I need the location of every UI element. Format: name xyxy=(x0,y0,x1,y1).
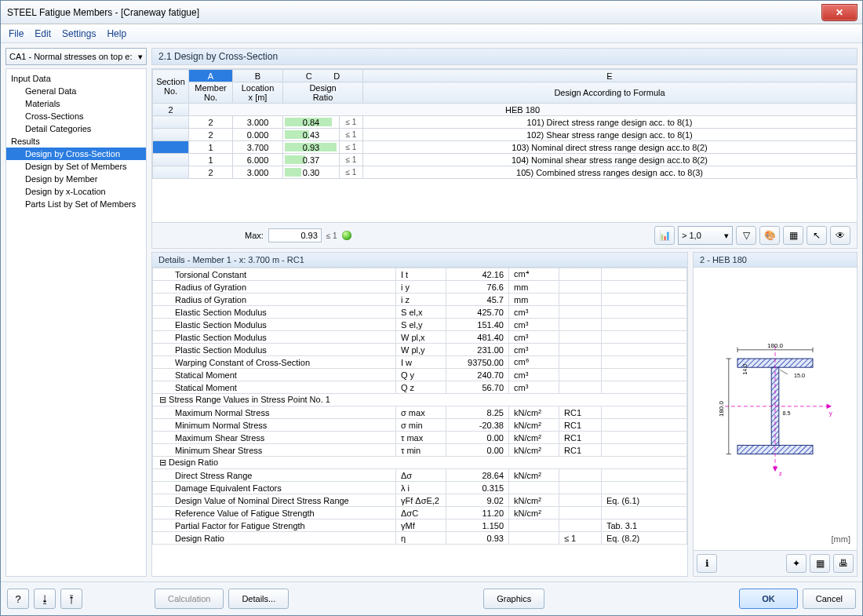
scale-combo[interactable]: > 1,0▾ xyxy=(678,226,733,245)
group-label: HEB 180 xyxy=(189,104,857,116)
status-led-icon xyxy=(342,231,351,240)
detail-row[interactable]: Reference Value of Fatigue StrengthΔσC11… xyxy=(153,507,687,519)
detail-row[interactable]: Torsional ConstantI t42.16cm⁴ xyxy=(153,268,687,281)
tree-item-detail[interactable]: Detail Categories xyxy=(6,122,146,135)
axis-icon-button[interactable]: ✦ xyxy=(786,554,807,573)
table-row[interactable]: 23.0000.84≤ 1101) Direct stress range de… xyxy=(153,116,857,129)
detail-row[interactable]: Damage Equivalent Factorsλ i0.315 xyxy=(153,482,687,494)
svg-text:180.0: 180.0 xyxy=(718,400,725,417)
detail-row[interactable]: Minimum Shear Stressτ min0.00kN/cm²RC1 xyxy=(153,444,687,457)
section-panel: 2 - HEB 180 xyxy=(693,252,858,577)
details-panel: Details - Member 1 - x: 3.700 m - RC1 To… xyxy=(151,252,688,577)
menu-file[interactable]: File xyxy=(9,28,24,39)
detail-row[interactable]: Statical MomentQ y240.70cm³ xyxy=(153,369,687,381)
tree-item-general[interactable]: General Data xyxy=(6,85,146,97)
detail-row[interactable]: Elastic Section ModulusS el,y151.40cm³ xyxy=(153,319,687,331)
section-drawing: y z 180.0 1 xyxy=(694,268,857,550)
detail-row[interactable]: Design Value of Nominal Direct Stress Ra… xyxy=(153,494,687,507)
details-row: Details - Member 1 - x: 3.700 m - RC1 To… xyxy=(151,252,858,577)
detail-row[interactable]: Warping Constant of Cross-SectionI w9375… xyxy=(153,356,687,369)
detail-row[interactable]: Maximum Normal Stressσ max8.25kN/cm²RC1 xyxy=(153,406,687,419)
col-b[interactable]: B xyxy=(233,70,283,82)
detail-row[interactable]: Plastic Section ModulusW pl,x481.40cm³ xyxy=(153,331,687,344)
tree-root-input[interactable]: Input Data xyxy=(6,72,146,85)
hdr-member[interactable]: MemberNo. xyxy=(189,82,233,104)
col-a[interactable]: A xyxy=(189,70,233,82)
tree-item-cross[interactable]: Cross-Sections xyxy=(6,110,146,122)
menubar: File Edit Settings Help xyxy=(1,24,862,43)
info-icon-button[interactable]: ℹ xyxy=(697,554,717,573)
filter-icon-button[interactable]: 📊 xyxy=(654,226,675,245)
group-row[interactable]: 2 HEB 180 xyxy=(153,104,857,116)
detail-row[interactable]: Radius of Gyrationi z45.7mm xyxy=(153,293,687,306)
print-icon-button[interactable]: 🖶 xyxy=(833,554,854,573)
hdr-design[interactable]: DesignRatio xyxy=(283,82,363,104)
svg-line-22 xyxy=(780,370,788,374)
max-value-input[interactable] xyxy=(268,228,322,242)
palette-icon-button[interactable]: 🎨 xyxy=(759,226,780,245)
content-area: CA1 - Normal stresses on top e: ▾ Input … xyxy=(1,43,862,581)
ok-button[interactable]: OK xyxy=(739,589,798,609)
table-row[interactable]: 13.7000.93≤ 1103) Nominal direct stress … xyxy=(153,141,857,154)
detail-row[interactable]: Elastic Section ModulusS el,x425.70cm³ xyxy=(153,306,687,319)
graphics-button[interactable]: Graphics xyxy=(483,589,544,609)
case-combo-text: CA1 - Normal stresses on top e: xyxy=(9,52,133,61)
svg-marker-7 xyxy=(827,404,832,409)
detail-group-header[interactable]: ⊟ Stress Range Values in Stress Point No… xyxy=(153,394,687,406)
grid-empty-area xyxy=(152,179,857,222)
menu-settings[interactable]: Settings xyxy=(62,28,96,39)
detail-row[interactable]: Plastic Section ModulusW pl,y231.00cm³ xyxy=(153,344,687,356)
navigator-tree: Input Data General Data Materials Cross-… xyxy=(5,68,147,577)
eye-icon-button[interactable]: 👁 xyxy=(830,226,850,245)
max-leq: ≤ 1 xyxy=(326,231,337,240)
detail-row[interactable]: Design Ratioη0.93≤ 1Eq. (8.2) xyxy=(153,532,687,545)
excel-icon-button[interactable]: ▦ xyxy=(783,226,803,245)
close-button[interactable]: ✕ xyxy=(821,4,858,21)
tree-item-cross-section[interactable]: Design by Cross-Section xyxy=(6,148,146,160)
col-e[interactable]: E xyxy=(363,70,857,82)
tree-item-set-members[interactable]: Design by Set of Members xyxy=(6,160,146,173)
details-button[interactable]: Details... xyxy=(228,589,289,609)
hdr-formula[interactable]: Design According to Formula xyxy=(363,82,857,104)
cancel-button[interactable]: Cancel xyxy=(803,589,856,609)
tree-root-results[interactable]: Results xyxy=(6,135,146,148)
table-row[interactable]: 23.0000.30≤ 1105) Combined stress ranges… xyxy=(153,166,857,179)
app-window: STEEL Fatigue Members - [Craneway fatigu… xyxy=(0,0,863,616)
help-icon-button[interactable]: ? xyxy=(7,589,29,609)
window-title: STEEL Fatigue Members - [Craneway fatigu… xyxy=(7,7,199,18)
group-sectno: 2 xyxy=(153,104,189,116)
svg-text:8.5: 8.5 xyxy=(783,410,791,417)
pointer-icon-button[interactable]: ↖ xyxy=(807,226,827,245)
tree-item-materials[interactable]: Materials xyxy=(6,97,146,110)
detail-row[interactable]: Statical MomentQ z56.70cm³ xyxy=(153,381,687,394)
results-grid-panel: SectionNo. A B C D E MemberNo. Locationx… xyxy=(151,68,858,249)
tree-item-parts[interactable]: Parts List by Set of Members xyxy=(6,198,146,210)
detail-row[interactable]: Direct Stress RangeΔσ28.64kN/cm² xyxy=(153,469,687,482)
menu-help[interactable]: Help xyxy=(107,28,126,39)
funnel-icon-button[interactable]: ▽ xyxy=(736,226,756,245)
detail-row[interactable]: Radius of Gyrationi y76.6mm xyxy=(153,281,687,293)
bottom-bar: ? ⭳ ⭱ Calculation Details... Graphics OK… xyxy=(1,581,862,615)
details-title: Details - Member 1 - x: 3.700 m - RC1 xyxy=(152,253,687,268)
details-body[interactable]: Torsional ConstantI t42.16cm⁴Radius of G… xyxy=(152,268,687,576)
tree-item-member[interactable]: Design by Member xyxy=(6,173,146,185)
details-table[interactable]: Torsional ConstantI t42.16cm⁴Radius of G… xyxy=(152,268,687,545)
table-row[interactable]: 20.0000.43≤ 1102) Shear stress range des… xyxy=(153,129,857,141)
menu-edit[interactable]: Edit xyxy=(35,28,51,39)
detail-row[interactable]: Minimum Normal Stressσ min-20.38kN/cm²RC… xyxy=(153,419,687,432)
export-icon-button[interactable]: ⭱ xyxy=(60,589,82,609)
import-icon-button[interactable]: ⭳ xyxy=(34,589,56,609)
table-row[interactable]: 16.0000.37≤ 1104) Nominal shear stress r… xyxy=(153,154,857,166)
tree-item-xloc[interactable]: Design by x-Location xyxy=(6,185,146,198)
hdr-location[interactable]: Locationx [m] xyxy=(233,82,283,104)
panel-title: 2.1 Design by Cross-Section xyxy=(151,48,858,65)
calculation-button[interactable]: Calculation xyxy=(155,589,224,609)
detail-group-header[interactable]: ⊟ Design Ratio xyxy=(153,457,687,469)
detail-row[interactable]: Maximum Shear Stressτ max0.00kN/cm²RC1 xyxy=(153,432,687,444)
grid-icon-button[interactable]: ▦ xyxy=(810,554,830,573)
section-toolbar: ℹ ✦ ▦ 🖶 xyxy=(694,550,857,576)
col-c[interactable]: C D xyxy=(283,70,363,82)
results-grid[interactable]: SectionNo. A B C D E MemberNo. Locationx… xyxy=(152,69,857,179)
case-combo[interactable]: CA1 - Normal stresses on top e: ▾ xyxy=(5,48,147,65)
detail-row[interactable]: Partial Factor for Fatigue StrengthγMf1.… xyxy=(153,519,687,532)
